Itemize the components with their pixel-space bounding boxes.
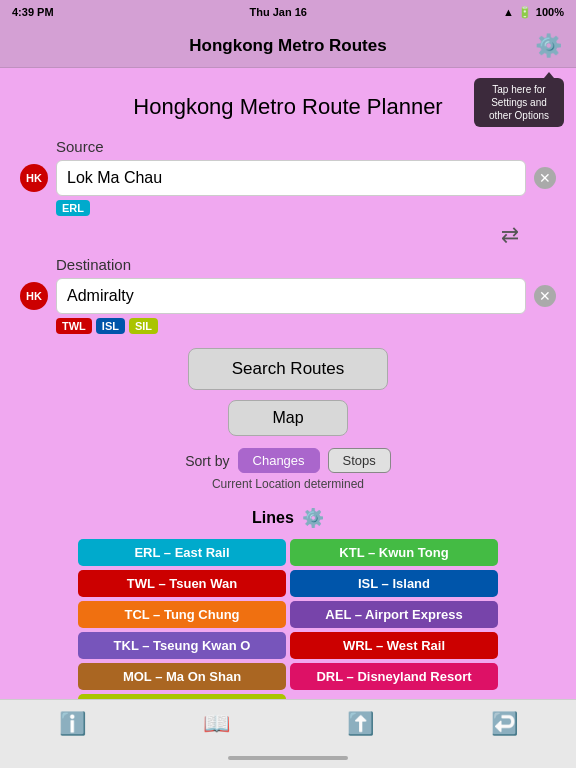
line-ael[interactable]: AEL – Airport Express xyxy=(290,601,498,628)
settings-tooltip: Tap here for Settings and other Options xyxy=(474,78,564,127)
line-sil[interactable]: SIL – South Island xyxy=(78,694,286,699)
destination-tags: TWL ISL SIL xyxy=(56,318,556,334)
destination-station-icon: HK xyxy=(20,282,48,310)
destination-tag-isl: ISL xyxy=(96,318,125,334)
destination-input-row: HK ✕ xyxy=(20,278,556,314)
line-wrl[interactable]: WRL – West Rail xyxy=(290,632,498,659)
lines-grid: ERL – East Rail KTL – Kwun Tong TWL – Ts… xyxy=(78,539,498,699)
main-content: Tap here for Settings and other Options … xyxy=(0,68,576,699)
line-erl[interactable]: ERL – East Rail xyxy=(78,539,286,566)
map-button[interactable]: Map xyxy=(228,400,348,436)
line-drl[interactable]: DRL – Disneyland Resort xyxy=(290,663,498,690)
battery-level: 100% xyxy=(536,6,564,18)
lines-settings-icon[interactable]: ⚙️ xyxy=(302,507,324,529)
share-icon: ⬆️ xyxy=(347,711,374,737)
line-ktl[interactable]: KTL – Kwun Tong xyxy=(290,539,498,566)
status-date: Thu Jan 16 xyxy=(250,6,307,18)
line-isl[interactable]: ISL – Island xyxy=(290,570,498,597)
info-icon: ℹ️ xyxy=(59,711,86,737)
destination-clear-button[interactable]: ✕ xyxy=(534,285,556,307)
tab-share[interactable]: ⬆️ xyxy=(347,711,374,737)
book-icon: 📖 xyxy=(203,711,230,737)
home-indicator xyxy=(0,748,576,768)
source-input[interactable] xyxy=(56,160,526,196)
location-text: Current Location determined xyxy=(20,477,556,491)
home-bar xyxy=(228,756,348,760)
status-bar: 4:39 PM Thu Jan 16 ▲ 🔋 100% xyxy=(0,0,576,24)
swap-button[interactable]: ⇅ xyxy=(496,226,522,244)
status-time: 4:39 PM xyxy=(12,6,54,18)
settings-gear-icon[interactable]: ⚙️ xyxy=(535,33,562,59)
destination-tag-twl: TWL xyxy=(56,318,92,334)
status-right: ▲ 🔋 100% xyxy=(503,6,564,19)
sort-row: Sort by Changes Stops xyxy=(20,448,556,473)
line-twl[interactable]: TWL – Tsuen Wan xyxy=(78,570,286,597)
source-label: Source xyxy=(56,138,556,155)
back-icon: ↩️ xyxy=(491,711,518,737)
nav-title: Hongkong Metro Routes xyxy=(189,36,386,56)
sort-changes-button[interactable]: Changes xyxy=(238,448,320,473)
source-station-icon: HK xyxy=(20,164,48,192)
source-tags: ERL xyxy=(56,200,556,216)
search-routes-button[interactable]: Search Routes xyxy=(188,348,388,390)
swap-area: ⇅ xyxy=(20,222,518,248)
line-tcl[interactable]: TCL – Tung Chung xyxy=(78,601,286,628)
wifi-icon: ▲ xyxy=(503,6,514,18)
source-clear-button[interactable]: ✕ xyxy=(534,167,556,189)
tab-info[interactable]: ℹ️ xyxy=(59,711,86,737)
source-tag-erl: ERL xyxy=(56,200,90,216)
tab-book[interactable]: 📖 xyxy=(203,711,230,737)
battery-icon: 🔋 xyxy=(518,6,532,19)
lines-title: Lines xyxy=(252,509,294,527)
tab-bar: ℹ️ 📖 ⬆️ ↩️ xyxy=(0,699,576,748)
line-mol[interactable]: MOL – Ma On Shan xyxy=(78,663,286,690)
destination-input[interactable] xyxy=(56,278,526,314)
destination-tag-sil: SIL xyxy=(129,318,158,334)
nav-bar: Hongkong Metro Routes ⚙️ xyxy=(0,24,576,68)
tab-back[interactable]: ↩️ xyxy=(491,711,518,737)
line-tkl[interactable]: TKL – Tseung Kwan O xyxy=(78,632,286,659)
sort-label: Sort by xyxy=(185,453,229,469)
sort-stops-button[interactable]: Stops xyxy=(328,448,391,473)
lines-header: Lines ⚙️ xyxy=(20,507,556,529)
source-input-row: HK ✕ xyxy=(20,160,556,196)
destination-label: Destination xyxy=(56,256,556,273)
